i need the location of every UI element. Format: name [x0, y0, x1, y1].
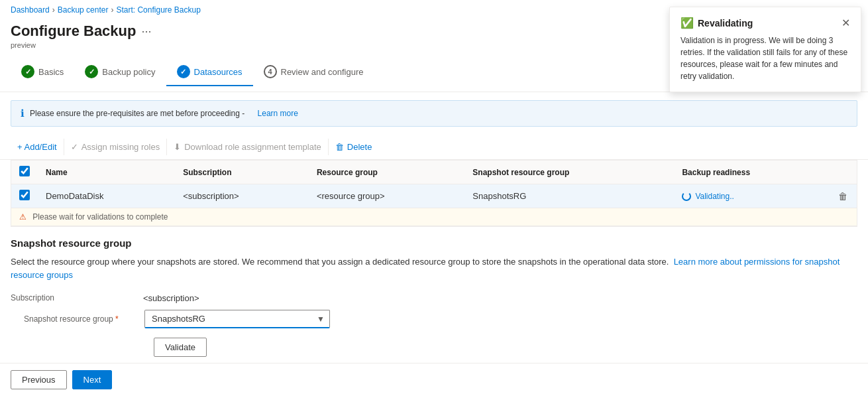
column-resource-group: Resource group: [309, 161, 464, 184]
notification-title: ✅ Revalidating: [680, 17, 753, 29]
step-datasources-icon: ✓: [177, 65, 190, 78]
download-label: Download role assignment template: [184, 142, 321, 152]
checkmark-icon: ✓: [71, 142, 78, 152]
row-backup-readiness: Validating..: [674, 184, 830, 208]
warning-text: Please wait for validations to complete: [32, 212, 168, 222]
learn-more-link[interactable]: Learn more: [258, 109, 298, 118]
step-basics-label: Basics: [38, 67, 64, 77]
step-backup-policy-label: Backup policy: [102, 67, 155, 77]
step-backup-policy-icon: ✓: [85, 65, 98, 78]
snapshot-desc: Select the resource group where your sna…: [11, 255, 857, 281]
step-review-label: Review and configure: [281, 67, 364, 77]
subscription-value: <subscription>: [143, 289, 199, 303]
notification-close-button[interactable]: ✕: [841, 18, 850, 29]
add-edit-label: + Add/Edit: [17, 142, 57, 152]
snapshot-rg-label: Snapshot resource group *: [24, 314, 136, 324]
table-toolbar: + Add/Edit ✓ Assign missing roles ⬇ Down…: [0, 135, 868, 160]
warning-message: ⚠ Please wait for validations to complet…: [11, 208, 857, 226]
row-checkbox-cell: [11, 184, 38, 208]
notification-header: ✅ Revalidating ✕: [680, 17, 850, 29]
validating-spinner: [682, 192, 691, 201]
step-datasources[interactable]: ✓ Datasources: [166, 60, 253, 86]
select-all-checkbox[interactable]: [19, 166, 30, 176]
validate-button[interactable]: Validate: [154, 338, 207, 357]
column-actions: [830, 161, 857, 184]
assign-roles-label: Assign missing roles: [81, 142, 160, 152]
step-review-icon: 4: [264, 65, 277, 78]
row-name: DemoDataDisk: [38, 184, 175, 208]
step-basics[interactable]: ✓ Basics: [11, 60, 74, 86]
column-subscription: Subscription: [175, 161, 309, 184]
required-indicator: *: [115, 314, 119, 324]
warning-row: ⚠ Please wait for validations to complet…: [11, 208, 857, 226]
delete-icon: 🗑: [335, 142, 344, 152]
notification-title-text: Revalidating: [698, 18, 753, 29]
add-edit-button[interactable]: + Add/Edit: [11, 139, 64, 155]
snapshot-section: Snapshot resource group Select the resou…: [0, 227, 868, 357]
row-snapshot-rg: SnapshotsRG: [464, 184, 674, 208]
step-review-configure[interactable]: 4 Review and configure: [253, 60, 374, 86]
breadcrumb-dashboard[interactable]: Dashboard: [11, 5, 50, 15]
validate-btn-container: Validate: [11, 338, 857, 357]
notification-check-icon: ✅: [680, 17, 694, 29]
row-delete-icon[interactable]: 🗑: [838, 191, 847, 202]
table-row: DemoDataDisk <subscription> <resource gr…: [11, 184, 857, 208]
snapshot-desc-text: Select the resource group where your sna…: [11, 257, 669, 267]
page-menu-icon[interactable]: ···: [141, 25, 151, 38]
step-basics-icon: ✓: [21, 65, 34, 78]
subscription-form-row: Subscription <subscription>: [11, 289, 857, 303]
column-checkbox: [11, 161, 38, 184]
row-subscription: <subscription>: [175, 184, 309, 208]
info-banner: ℹ Please ensure the pre-requisites are m…: [11, 100, 857, 127]
delete-button[interactable]: 🗑 Delete: [329, 139, 379, 155]
column-snapshot-rg: Snapshot resource group: [464, 161, 674, 184]
row-checkbox[interactable]: [19, 190, 30, 200]
download-icon: ⬇: [174, 142, 181, 152]
assign-roles-button[interactable]: ✓ Assign missing roles: [64, 139, 168, 155]
row-resource-group: <resource group>: [309, 184, 464, 208]
column-backup-readiness: Backup readiness: [674, 161, 830, 184]
breadcrumb-backup-center[interactable]: Backup center: [58, 5, 109, 15]
notification-popup: ✅ Revalidating ✕ Validation is in progre…: [669, 7, 861, 92]
snapshot-rg-form-group: Snapshot resource group * SnapshotsRG De…: [24, 310, 330, 328]
snapshot-rg-dropdown-wrapper: SnapshotsRG DefaultResourceGroup myResou…: [144, 310, 330, 328]
step-datasources-label: Datasources: [194, 67, 243, 77]
subscription-label: Subscription: [11, 289, 143, 302]
snapshot-rg-form-row: Snapshot resource group * SnapshotsRG De…: [11, 310, 857, 328]
info-icon: ℹ: [21, 107, 25, 119]
warning-icon: ⚠: [19, 212, 27, 222]
delete-label: Delete: [347, 142, 372, 152]
column-name: Name: [38, 161, 175, 184]
info-banner-text: Please ensure the pre-requisites are met…: [30, 109, 244, 118]
data-table: Name Subscription Resource group Snapsho…: [11, 161, 857, 226]
download-template-button[interactable]: ⬇ Download role assignment template: [167, 139, 329, 155]
snapshot-rg-dropdown[interactable]: SnapshotsRG DefaultResourceGroup myResou…: [144, 310, 330, 328]
validating-text: Validating..: [695, 192, 733, 201]
breadcrumb-configure-backup[interactable]: Start: Configure Backup: [116, 5, 200, 15]
page-title-text: Configure Backup: [11, 23, 136, 40]
step-backup-policy[interactable]: ✓ Backup policy: [74, 60, 166, 86]
data-table-container: Name Subscription Resource group Snapsho…: [11, 160, 857, 227]
snapshot-title: Snapshot resource group: [11, 237, 857, 249]
row-delete-cell: 🗑: [830, 184, 857, 208]
notification-body: Validation is in progress. We will be do…: [680, 34, 850, 82]
